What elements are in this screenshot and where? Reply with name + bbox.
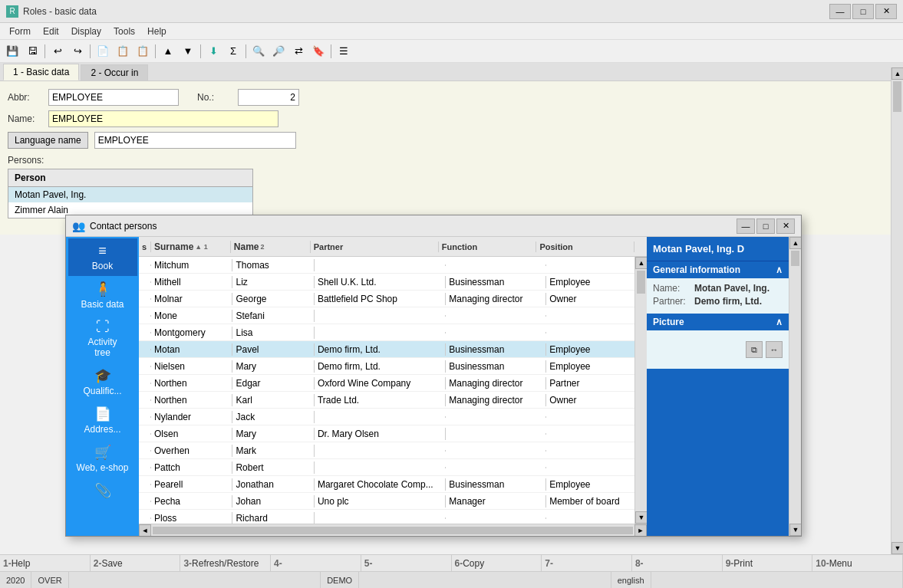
language-name-button[interactable]: Language name (8, 132, 88, 149)
menu-form[interactable]: Form (3, 25, 37, 38)
arrow-down-icon[interactable]: ▼ (179, 43, 197, 60)
copy-icon[interactable]: 📋 (114, 43, 132, 60)
table-row[interactable]: Mithell Liz Shell U.K. Ltd. Businessman … (139, 274, 647, 291)
modal-title-bar[interactable]: 👥 Contact persons — □ ✕ (66, 215, 801, 237)
table-row[interactable]: Mone Stefani (139, 307, 647, 324)
nav-item-basic-data[interactable]: 🧍 Basic data (68, 276, 137, 314)
table-h-scroll-thumb[interactable] (153, 527, 633, 534)
tab-occur-in[interactable]: 2 - Occur in (81, 64, 148, 80)
table-row[interactable]: Nylander Jack (139, 409, 647, 425)
fkey-2[interactable]: 2- Save (91, 555, 181, 571)
nav-item-qualific[interactable]: 🎓 Qualific... (68, 363, 137, 401)
right-scroll-down[interactable]: ▼ (789, 524, 801, 536)
abbr-row: Abbr: No.: (8, 89, 895, 106)
main-scrollbar[interactable]: ▲ ▼ (891, 67, 903, 554)
menu-help[interactable]: Help (141, 25, 173, 38)
fkey-8[interactable]: 8- (632, 555, 723, 571)
picture-resize-button[interactable]: ↔ (766, 341, 783, 358)
sum-icon[interactable]: Σ (224, 43, 242, 60)
table-row[interactable]: Overhen Mark (139, 442, 647, 459)
modal-minimize-button[interactable]: — (737, 218, 755, 234)
nav-item-attach[interactable]: 📎 (68, 478, 137, 505)
modal-maximize-button[interactable]: □ (756, 218, 775, 234)
fkey-6[interactable]: 6- Copy (452, 555, 542, 571)
undo-icon[interactable]: ↩ (48, 43, 67, 60)
scroll-up-arrow[interactable]: ▲ (891, 67, 903, 80)
scroll-down-arrow[interactable]: ▼ (891, 542, 903, 554)
nav-icon[interactable]: 🔖 (309, 43, 328, 60)
arrow-up-icon[interactable]: ▲ (159, 43, 177, 60)
filter-icon[interactable]: 🔍 (249, 43, 268, 60)
right-panel-scrollbar[interactable]: ▲ ▼ (789, 237, 801, 536)
menu-edit[interactable]: Edit (37, 25, 65, 38)
lang-input[interactable] (94, 132, 296, 149)
maximize-button[interactable]: □ (852, 4, 874, 19)
modal-close-button[interactable]: ✕ (776, 218, 795, 234)
nav-item-address[interactable]: 📄 Addres... (68, 401, 137, 439)
nav-item-activity-tree[interactable]: ⛶ Activitytree (68, 314, 137, 363)
fkey-9[interactable]: 9- Print (723, 555, 813, 571)
abbr-input[interactable] (48, 89, 179, 106)
table-row[interactable]: Montgomery Lisa (139, 324, 647, 341)
status-empty2 (359, 572, 611, 588)
table-row[interactable]: Pattch Robert (139, 459, 647, 476)
col-header-surname[interactable]: Surname ▲ 1 (151, 241, 231, 253)
col-header-name[interactable]: Name 2 (231, 241, 311, 253)
redo-icon[interactable]: ↪ (68, 43, 87, 60)
nav-item-book[interactable]: ≡ Book (68, 238, 137, 276)
close-button[interactable]: ✕ (875, 4, 897, 19)
fkey-5[interactable]: 5- (361, 555, 452, 571)
cell-position-15 (546, 517, 647, 519)
paste-icon[interactable]: 📋 (133, 43, 152, 60)
table-row[interactable]: Olsen Mary Dr. Mary Olsen (139, 425, 647, 442)
table-row[interactable]: Nielsen Mary Demo firm, Ltd. Businessman… (139, 358, 647, 375)
col-header-function[interactable]: Function (439, 241, 537, 252)
table-row[interactable]: Northen Edgar Oxford Wine Company Managi… (139, 375, 647, 392)
new-icon[interactable]: 📄 (94, 43, 112, 60)
picture-collapse-icon[interactable]: ∧ (776, 317, 783, 327)
table-row[interactable]: Molnar George Battlefield PC Shop Managi… (139, 291, 647, 307)
save-icon[interactable]: 💾 (3, 43, 21, 60)
right-scroll-up[interactable]: ▲ (789, 237, 801, 249)
cell-function-6: Businessman (446, 360, 546, 373)
save2-icon[interactable]: 🖫 (23, 43, 41, 60)
fkey-7[interactable]: 7- (542, 555, 632, 571)
table-scroll-left[interactable]: ◄ (139, 524, 151, 537)
tab-basic-data[interactable]: 1 - Basic data (3, 64, 79, 80)
table-scroll-right[interactable]: ► (634, 524, 647, 537)
cell-name-13: Jonathan (232, 478, 314, 491)
table-row[interactable]: Pecha Johan Uno plc Manager Member of bo… (139, 493, 647, 510)
table-scroll-up[interactable]: ▲ (635, 257, 647, 269)
table-h-scrollbar[interactable]: ◄ ► (139, 524, 647, 536)
import-icon[interactable]: ⬇ (204, 43, 222, 60)
table-row[interactable]: Mitchum Thomas (139, 257, 647, 274)
fkey-1[interactable]: 1- Help (0, 555, 91, 571)
table-scrollbar[interactable]: ▲ ▼ (634, 257, 647, 524)
menu-display[interactable]: Display (65, 25, 107, 38)
no-input[interactable] (238, 89, 299, 106)
picture-copy-button[interactable]: ⧉ (746, 341, 763, 358)
fkey-10[interactable]: 10- Menu (812, 555, 903, 571)
table-row[interactable]: Ploss Richard (139, 510, 647, 524)
col-header-position[interactable]: Position (536, 241, 634, 252)
table-scroll-down[interactable]: ▼ (635, 511, 647, 524)
table-row[interactable]: Pearell Jonathan Margaret Chocolate Comp… (139, 476, 647, 493)
scroll-thumb[interactable] (893, 81, 901, 112)
right-scroll-thumb[interactable] (791, 251, 799, 266)
menu-icon[interactable]: ☰ (335, 43, 353, 60)
minimize-button[interactable]: — (829, 4, 851, 19)
table-scroll-thumb[interactable] (637, 271, 645, 294)
persons-row[interactable]: Motan Pavel, Ing. (8, 187, 252, 202)
find-icon[interactable]: 🔎 (269, 43, 288, 60)
collapse-icon[interactable]: ∧ (776, 264, 783, 275)
replace-icon[interactable]: ⇄ (289, 43, 308, 60)
menu-tools[interactable]: Tools (107, 25, 141, 38)
nav-item-web-eshop[interactable]: 🛒 Web, e-shop (68, 439, 137, 478)
col-header-partner[interactable]: Partner (311, 241, 439, 252)
fkey-4[interactable]: 4- (271, 555, 361, 571)
table-body[interactable]: Mitchum Thomas Mithell Liz Shell U.K. Lt… (139, 257, 647, 524)
table-row[interactable]: Northen Karl Trade Ltd. Managing directo… (139, 392, 647, 409)
name-input[interactable] (48, 110, 278, 127)
fkey-3[interactable]: 3- Refresh/Restore (180, 555, 271, 571)
table-row-selected[interactable]: Motan Pavel Demo firm, Ltd. Businessman … (139, 341, 647, 358)
